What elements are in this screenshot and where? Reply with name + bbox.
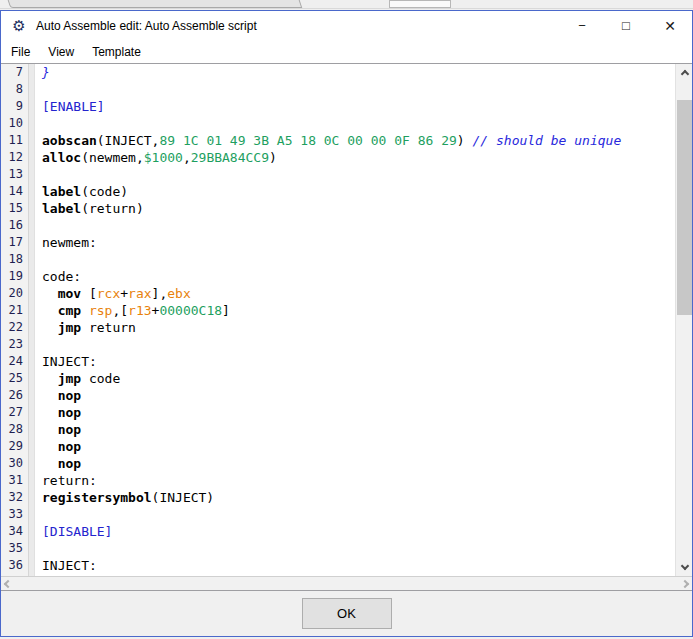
code-line: 10: [1, 115, 675, 132]
code-line: 24INJECT:: [1, 353, 675, 370]
code-text: [DISABLE]: [35, 523, 675, 540]
line-number: 25: [1, 370, 29, 387]
line-number: 22: [1, 319, 29, 336]
line-number: 34: [1, 523, 29, 540]
menubar: File View Template: [1, 40, 692, 63]
code-line: 36INJECT:: [1, 557, 675, 574]
window-title: Auto Assemble edit: Auto Assemble script: [36, 19, 257, 33]
line-number: 8: [1, 81, 29, 98]
code-line: 27 nop: [1, 404, 675, 421]
maximize-button[interactable]: □: [604, 11, 648, 40]
code-text: cmp rsp,[r13+00000C18]: [35, 302, 675, 319]
code-line: 16: [1, 217, 675, 234]
code-line: 31return:: [1, 472, 675, 489]
code-text: }: [35, 64, 675, 81]
menu-template[interactable]: Template: [83, 42, 150, 62]
code-line: 21 cmp rsp,[r13+00000C18]: [1, 302, 675, 319]
line-number: 30: [1, 455, 29, 472]
code-text: INJECT:: [35, 557, 675, 574]
code-line: 15label(return): [1, 200, 675, 217]
line-number: 14: [1, 183, 29, 200]
code-line: 17newmem:: [1, 234, 675, 251]
code-text: [ENABLE]: [35, 98, 675, 115]
ok-button[interactable]: OK: [302, 598, 392, 629]
line-number: 11: [1, 132, 29, 149]
titlebar[interactable]: ⚙ Auto Assemble edit: Auto Assemble scri…: [1, 11, 692, 40]
line-number: 16: [1, 217, 29, 234]
code-text: [35, 336, 675, 353]
code-line: 26 nop: [1, 387, 675, 404]
code-text: code:: [35, 268, 675, 285]
menu-file[interactable]: File: [2, 42, 39, 62]
minimize-button[interactable]: −: [560, 11, 604, 40]
scroll-left-icon[interactable]: [4, 579, 12, 587]
code-text: registersymbol(INJECT): [35, 489, 675, 506]
line-number: 15: [1, 200, 29, 217]
vertical-scrollbar[interactable]: [675, 64, 692, 576]
code-text: newmem:: [35, 234, 675, 251]
line-number: 19: [1, 268, 29, 285]
code-text: aobscan(INJECT,89 1C 01 49 3B A5 18 0C 0…: [35, 132, 675, 149]
code-line: 7}: [1, 64, 675, 81]
scroll-right-icon[interactable]: [681, 579, 689, 587]
line-number: 31: [1, 472, 29, 489]
background-field-shape: [389, 0, 451, 8]
cheat-engine-gear-icon[interactable]: ⚙: [10, 17, 28, 35]
code-text: alloc(newmem,$1000,29BBA84CC9): [35, 149, 675, 166]
code-line: 11aobscan(INJECT,89 1C 01 49 3B A5 18 0C…: [1, 132, 675, 149]
code-text: jmp return: [35, 319, 675, 336]
code-line: 9[ENABLE]: [1, 98, 675, 115]
code-text: [35, 166, 675, 183]
code-line: 25 jmp code: [1, 370, 675, 387]
code-text: nop: [35, 455, 675, 472]
code-line: 14label(code): [1, 183, 675, 200]
code-text: mov [rcx+rax],ebx: [35, 285, 675, 302]
code-text: [35, 251, 675, 268]
line-number: 26: [1, 387, 29, 404]
horizontal-scrollbar[interactable]: [1, 576, 692, 590]
line-number: 9: [1, 98, 29, 115]
line-number: 12: [1, 149, 29, 166]
script-editor[interactable]: 7}89[ENABLE]1011aobscan(INJECT,89 1C 01 …: [1, 63, 692, 591]
code-text: INJECT:: [35, 353, 675, 370]
background-app-strip: [0, 0, 693, 10]
line-number: 24: [1, 353, 29, 370]
code-line: 18: [1, 251, 675, 268]
code-text: nop: [35, 404, 675, 421]
code-text: jmp code: [35, 370, 675, 387]
close-button[interactable]: ✕: [648, 11, 692, 40]
line-number: 28: [1, 421, 29, 438]
line-number: 27: [1, 404, 29, 421]
code-text: [35, 506, 675, 523]
editor-lines[interactable]: 7}89[ENABLE]1011aobscan(INJECT,89 1C 01 …: [1, 64, 675, 576]
line-number: 32: [1, 489, 29, 506]
code-line: 33: [1, 506, 675, 523]
code-text: [35, 540, 675, 557]
code-line: 22 jmp return: [1, 319, 675, 336]
vertical-scrollbar-thumb[interactable]: [677, 100, 692, 315]
line-number: 33: [1, 506, 29, 523]
line-number: 35: [1, 540, 29, 557]
line-number: 18: [1, 251, 29, 268]
code-line: 8: [1, 81, 675, 98]
line-number: 21: [1, 302, 29, 319]
code-text: label(return): [35, 200, 675, 217]
scroll-up-icon[interactable]: [676, 64, 692, 81]
code-text: [35, 217, 675, 234]
code-line: 30 nop: [1, 455, 675, 472]
line-number: 29: [1, 438, 29, 455]
background-divider: [0, 8, 693, 9]
code-line: 13: [1, 166, 675, 183]
code-line: 23: [1, 336, 675, 353]
scroll-down-icon[interactable]: [676, 559, 692, 576]
code-text: return:: [35, 472, 675, 489]
code-line: 35: [1, 540, 675, 557]
code-line: 20 mov [rcx+rax],ebx: [1, 285, 675, 302]
code-text: nop: [35, 438, 675, 455]
menu-view[interactable]: View: [39, 42, 83, 62]
code-line: 19code:: [1, 268, 675, 285]
code-line: 29 nop: [1, 438, 675, 455]
code-text: nop: [35, 421, 675, 438]
line-number: 23: [1, 336, 29, 353]
code-line: 28 nop: [1, 421, 675, 438]
